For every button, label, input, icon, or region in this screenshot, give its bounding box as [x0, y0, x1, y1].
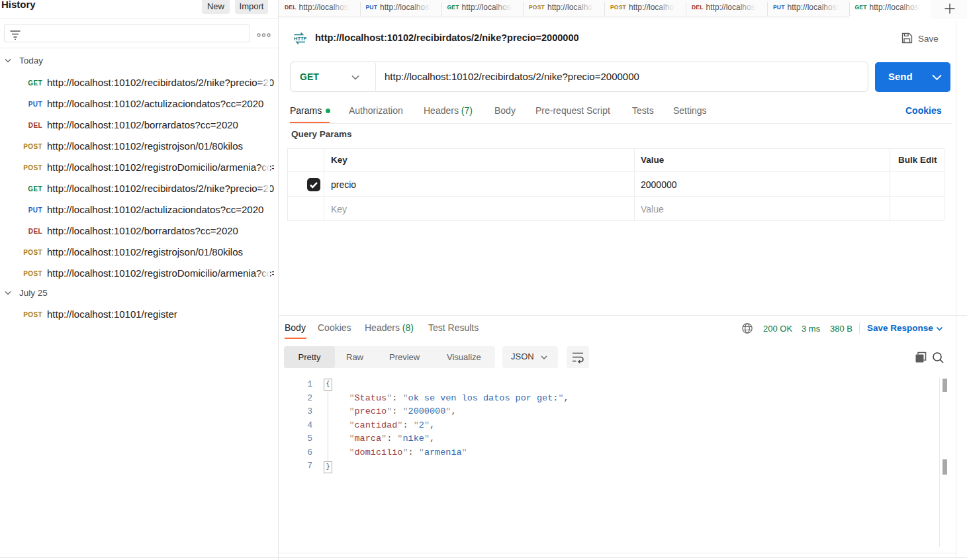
svg-text:HTTP: HTTP: [294, 36, 306, 42]
